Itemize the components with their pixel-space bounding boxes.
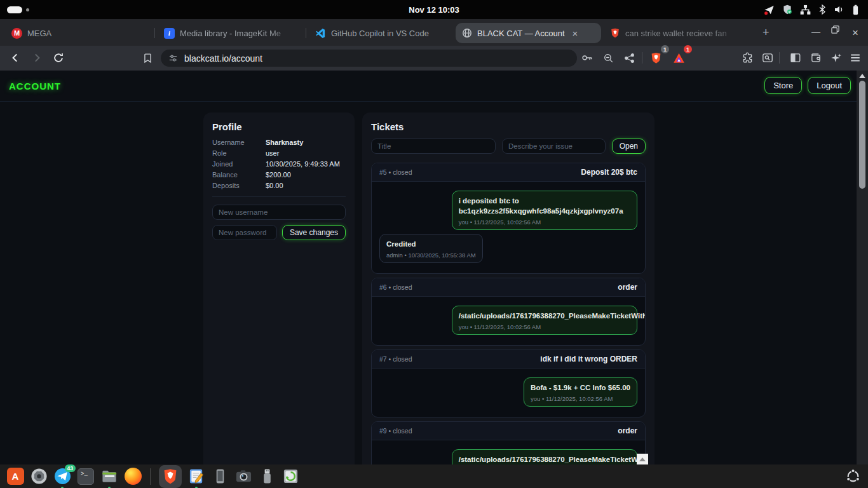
message-bubble: i deposited btc to bc1qzk9zzs2f5kxqgwhfc… [452, 191, 637, 230]
ticket-item: #6 • closedorder/static/uploads/17617963… [371, 278, 646, 346]
tab-imagekit[interactable]: i Media library - ImageKit Me [158, 23, 302, 43]
new-ticket-form: Open [371, 139, 646, 154]
search-panel-icon[interactable] [757, 48, 778, 68]
bookmark-icon[interactable] [137, 48, 158, 68]
ticket-body: i deposited btc to bc1qzk9zzs2f5kxqgwhfc… [372, 182, 645, 273]
site-header: ACCOUNT Store Logout [0, 71, 857, 102]
browser-scrollbar[interactable] [857, 71, 868, 464]
tickets-card: Tickets Open #5 • closedDeposit 20$ btci… [362, 112, 654, 464]
message-text: Credited [386, 239, 476, 249]
dock-disk-utility[interactable] [281, 468, 299, 485]
logout-button[interactable]: Logout [808, 77, 851, 94]
reload-button[interactable] [48, 48, 69, 68]
tab-separator [154, 28, 155, 38]
brave-shields-icon[interactable]: 1 [646, 48, 666, 68]
password-key-icon[interactable] [577, 48, 597, 68]
zoom-out-icon[interactable] [598, 48, 618, 68]
url-text[interactable]: blackcatt.io/account [184, 53, 262, 64]
ubuntu-logo-icon[interactable] [846, 469, 860, 486]
ticket-item: #5 • closedDeposit 20$ btci deposited bt… [371, 163, 646, 274]
profile-divider [212, 196, 346, 197]
system-tray[interactable] [764, 0, 859, 19]
dock-settings[interactable] [30, 468, 48, 485]
ticket-header[interactable]: #7 • closedidk if i did it wrong ORDER [372, 350, 645, 369]
window-restore-button[interactable] [831, 25, 839, 36]
tab-blackcat-active[interactable]: BLACK CAT — Account × [456, 23, 601, 43]
brave-rewards-icon[interactable]: 1 [668, 48, 689, 68]
ticket-id: #9 • closed [379, 427, 412, 435]
tickets-scrollbar-up-button[interactable] [637, 454, 648, 464]
forward-button[interactable] [27, 48, 47, 68]
back-button[interactable] [5, 48, 25, 68]
telegram-tray-icon [764, 4, 775, 15]
system-top-bar: Nov 12 10:03 [0, 0, 868, 19]
files-folder-icon [101, 468, 118, 485]
open-ticket-button[interactable]: Open [612, 139, 646, 154]
ticket-body: /static/uploads/1761796388270_PleaseMake… [372, 297, 645, 345]
ticket-header[interactable]: #5 • closedDeposit 20$ btc [372, 163, 645, 182]
network-tray-icon [800, 4, 811, 15]
tab-mega[interactable]: M MEGA [5, 23, 151, 43]
dock-camera[interactable] [234, 468, 252, 485]
new-tab-button[interactable]: + [763, 27, 770, 38]
ticket-issue-input[interactable] [502, 139, 606, 154]
tab-close-icon[interactable]: × [573, 28, 578, 39]
taskbar-dock: A 43 >_ [0, 464, 868, 488]
window-close-button[interactable]: × [852, 27, 858, 39]
telegram-badge: 43 [65, 464, 76, 472]
ticket-title-input[interactable] [371, 139, 496, 154]
tab-search[interactable]: can strike wallet recieve fan [604, 23, 747, 43]
dock-files[interactable] [100, 468, 118, 485]
menu-hamburger-icon[interactable] [845, 48, 865, 68]
ticket-title: idk if i did it wrong ORDER [540, 355, 637, 363]
ticket-item: #9 • closedorder/static/uploads/17617963… [371, 421, 646, 464]
message-bubble: /static/uploads/1761796388270_PleaseMake… [452, 449, 637, 464]
sidebar-toggle-icon[interactable] [785, 48, 806, 68]
dock-phone[interactable] [211, 468, 229, 485]
message-meta: you • 11/12/2025, 10:02:56 AM [459, 219, 630, 226]
scrollbar-thumb[interactable] [859, 81, 865, 189]
message-meta: you • 11/12/2025, 10:02:56 AM [531, 395, 630, 402]
browser-tab-bar: M MEGA i Media library - ImageKit Me Git… [0, 19, 868, 46]
tab-separator [306, 28, 306, 38]
new-username-input[interactable] [212, 205, 346, 220]
dock-usb-drive[interactable] [258, 468, 276, 485]
ticket-list: #5 • closedDeposit 20$ btci deposited bt… [371, 163, 646, 464]
site-settings-icon[interactable] [168, 53, 178, 63]
extensions-puzzle-icon[interactable] [737, 48, 757, 68]
usb-drive-icon [259, 468, 276, 485]
message-meta: you • 11/12/2025, 10:02:56 AM [459, 323, 630, 330]
phone-icon [212, 468, 229, 485]
dock-terminal[interactable]: >_ [77, 468, 95, 485]
ticket-id: #5 • closed [379, 168, 412, 176]
ticket-id: #7 • closed [379, 355, 412, 363]
system-clock[interactable]: Nov 12 10:03 [0, 5, 868, 15]
share-icon[interactable] [619, 48, 639, 68]
dock-brave-active[interactable] [159, 465, 182, 488]
terminal-icon: >_ [78, 468, 94, 485]
ticket-header[interactable]: #6 • closedorder [372, 278, 645, 297]
message-text: /static/uploads/1761796388270_PleaseMake… [459, 454, 630, 464]
ticket-header[interactable]: #9 • closedorder [372, 422, 645, 440]
mega-icon: M [11, 28, 22, 39]
dock-separator [150, 468, 151, 485]
save-changes-button[interactable]: Save changes [282, 225, 346, 240]
profile-card: Profile UsernameSharknasty Roleuser Join… [203, 112, 355, 464]
leo-ai-sparkle-icon[interactable] [826, 48, 846, 68]
dock-text-editor[interactable] [187, 468, 205, 485]
new-password-input[interactable] [212, 225, 277, 240]
ubuntu-software-icon: A [7, 468, 24, 485]
dock-telegram[interactable]: 43 [53, 468, 71, 485]
window-minimize-button[interactable]: — [811, 27, 820, 37]
text-editor-icon [188, 468, 205, 485]
url-bar[interactable]: blackcatt.io/account [161, 50, 577, 67]
globe-icon [462, 28, 472, 38]
profile-row: UsernameSharknasty [212, 139, 346, 146]
scrollbar-up-arrow[interactable] [859, 74, 865, 78]
dock-firefox[interactable] [124, 468, 142, 485]
wallet-icon[interactable] [806, 48, 826, 68]
dock-ubuntu-software[interactable]: A [6, 468, 24, 485]
ticket-body: /static/uploads/1761796388270_PleaseMake… [372, 440, 645, 464]
store-button[interactable]: Store [764, 77, 802, 94]
tab-vscode[interactable]: GitHub Copilot in VS Code [309, 23, 452, 43]
